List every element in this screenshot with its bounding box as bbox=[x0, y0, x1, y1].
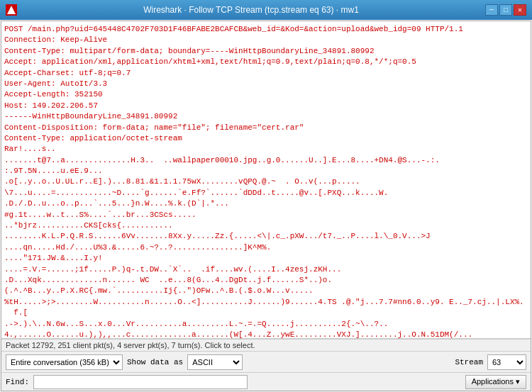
stream-line: .o[..y..o..U.UL.r..E].)...8.81.&1.1.1.75… bbox=[4, 177, 528, 187]
stream-line: Content-Type: multipart/form-data; bound… bbox=[4, 46, 528, 57]
svg-marker-0 bbox=[7, 6, 16, 14]
title-bar: Wireshark · Follow TCP Stream (tcp.strea… bbox=[0, 0, 532, 20]
stream-line: ..*bjrz..........CKS[cks{........... bbox=[4, 220, 528, 231]
status-text: Packet 12792, 251 client pkt(s), 4 serve… bbox=[6, 341, 255, 349]
stream-line: #g.1t....w..t...S%....`...br...3CScs....… bbox=[4, 210, 528, 220]
stream-line: ...."171.JW.&....I.y! bbox=[4, 253, 528, 264]
find-label: Find: bbox=[6, 378, 29, 386]
stream-line: Content-Disposition: form-data; name="fi… bbox=[4, 123, 528, 133]
stream-line: Rar!....s.. bbox=[4, 144, 528, 155]
applications-button[interactable]: Applications ▾ bbox=[465, 375, 526, 389]
stream-line: (.^.^B...y..P.X.RC{.mw.`..........Ij{.."… bbox=[4, 286, 528, 296]
stream-line: Accept: application/xml,application/xhtm… bbox=[4, 57, 528, 67]
stream-line: .......t@7..a..............H.3.. ..wallp… bbox=[4, 155, 528, 166]
tcp-stream-area[interactable]: POST /main.php?uid=645448C4702F703D1F46B… bbox=[1, 21, 531, 339]
stream-line: f.[ bbox=[4, 308, 528, 318]
window-title: Wireshark · Follow TCP Stream (tcp.strea… bbox=[17, 5, 485, 15]
stream-line: 4.,......O......u.),),,...c.............… bbox=[4, 330, 528, 339]
stream-line: .D./.D..u...o..p...`...5...}n.W....%.k.(… bbox=[4, 198, 528, 209]
stream-line: %tH.....>;>........W..........n......O..… bbox=[4, 297, 528, 308]
main-content: POST /main.php?uid=645448C4702F703D1F46B… bbox=[1, 21, 531, 391]
close-button[interactable]: ✕ bbox=[514, 4, 526, 16]
stream-line: ....=.V.=......;1f.....P.)q-.t.DW..`X`..… bbox=[4, 264, 528, 275]
find-input[interactable] bbox=[33, 375, 248, 389]
controls-row: Entire conversation (356 kB) Show data a… bbox=[1, 351, 531, 372]
app-button-label: Applications ▾ bbox=[472, 377, 520, 386]
stream-line: ------WinHttpBoundaryLine_34891.80992 bbox=[4, 111, 528, 122]
stream-line: .->.).\..N.6w...S...x.0...Vr..........a.… bbox=[4, 319, 528, 330]
show-data-label: Show data as bbox=[127, 358, 183, 366]
stream-line: Accept-Length: 352150 bbox=[4, 89, 528, 100]
stream-line: ........K.L.P.Q.R.S......6Vv.......8Xx.y… bbox=[4, 231, 528, 242]
stream-line: Host: 149.202.206.57 bbox=[4, 101, 528, 111]
stream-line: User-Agent: AutoIt/3.3 bbox=[4, 79, 528, 89]
window-controls: ─ □ ✕ bbox=[485, 4, 526, 16]
stream-line: Connection: Keep-Alive bbox=[4, 35, 528, 45]
stream-line: :.9T.5N.....u.eE.9... bbox=[4, 166, 528, 177]
find-row: Find: Applications ▾ bbox=[1, 372, 531, 391]
stream-line: .D...Xqk.............n...... WC ..e...8(… bbox=[4, 275, 528, 286]
stream-line: ....qn.....Hd./....U%3.&.....6.~?..?....… bbox=[4, 242, 528, 253]
status-bar: Packet 12792, 251 client pkt(s), 4 serve… bbox=[1, 339, 531, 351]
show-data-select[interactable]: ASCIIEBCDICHex DumpC ArraysRaw bbox=[187, 354, 243, 370]
stream-line: Content-Type: application/octet-stream bbox=[4, 133, 528, 144]
stream-line: POST /main.php?uid=645448C4702F703D1F46B… bbox=[4, 24, 528, 35]
bottom-panel: Entire conversation (356 kB) Show data a… bbox=[1, 351, 531, 391]
conversation-select[interactable]: Entire conversation (356 kB) bbox=[6, 354, 123, 370]
stream-label: Stream bbox=[455, 358, 483, 366]
stream-line: \7...u....=............~D....`g......`e.… bbox=[4, 188, 528, 198]
stream-line: Accept-Charset: utf-8;q=0.7 bbox=[4, 68, 528, 79]
maximize-button[interactable]: □ bbox=[499, 4, 512, 16]
minimize-button[interactable]: ─ bbox=[485, 4, 498, 16]
app-icon bbox=[6, 4, 17, 16]
stream-select[interactable]: 63 bbox=[487, 354, 526, 370]
